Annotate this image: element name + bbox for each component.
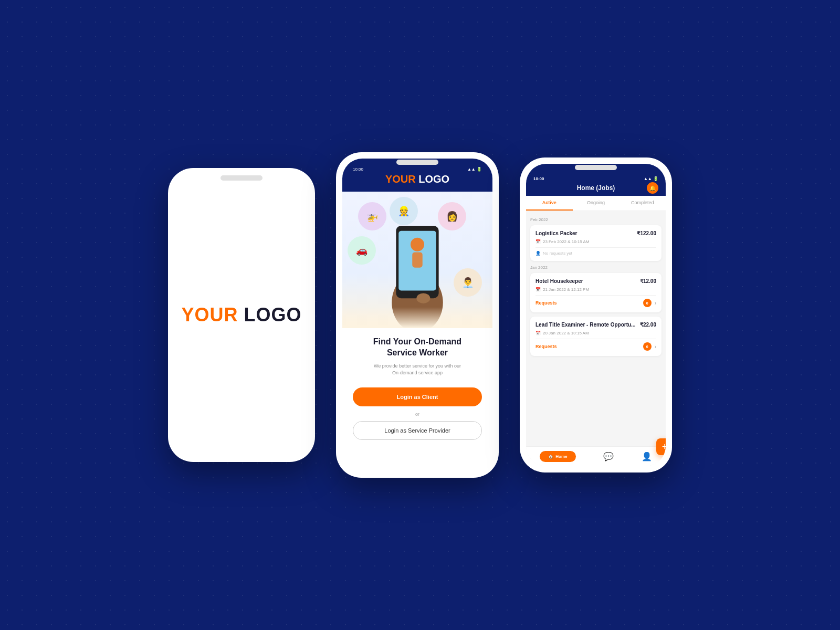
bubble-worker: 👷 (390, 197, 418, 225)
job-card-hotel[interactable]: Hotel Housekeeper ₹12.00 📅 21 Jan 2022 &… (530, 273, 662, 312)
job-date-row-logistics: 📅 23 Feb 2022 & 10:15 AM (536, 239, 656, 244)
phone-notch-3 (575, 165, 617, 170)
bubble-helicopter: 🚁 (358, 202, 386, 230)
splash-logo-text: LOGO (244, 304, 302, 326)
phone-jobs: 10:00 ▲▲ 🔋 Home (Jobs) 🔔 Active Ongoing … (520, 158, 672, 472)
notification-bell[interactable]: 🔔 (647, 182, 658, 194)
job-card-logistics[interactable]: Logistics Packer ₹122.00 📅 23 Feb 2022 &… (530, 225, 662, 261)
requests-badge-lead: 0 (643, 342, 652, 351)
job-date-lead: 20 Jan 2022 & 10:15 AM (543, 331, 589, 335)
job-title-lead: Lead Title Examiner - Remote Opportu... (536, 322, 635, 328)
phone-splash-screen: YOUR LOGO (174, 174, 309, 456)
requests-label-hotel: Requests (536, 300, 557, 306)
svg-point-5 (416, 293, 430, 303)
jobs-status-icons: ▲▲ 🔋 (644, 176, 658, 181)
phone-notch-1 (220, 175, 262, 181)
jobs-time: 10:00 (533, 176, 544, 181)
requests-badge-hotel: 0 (643, 299, 652, 307)
no-requests-logistics: 👤 No requests yet (536, 251, 572, 256)
job-card-top-hotel: Hotel Housekeeper ₹12.00 (536, 278, 656, 284)
phone-notch-2 (396, 160, 438, 165)
phone-landing: 10:00 YOUR LOGO ▲▲ 🔋 🚁 👷 👩 🚗 👨‍💼 (336, 152, 499, 478)
phone-landing-screen: 10:00 YOUR LOGO ▲▲ 🔋 🚁 👷 👩 🚗 👨‍💼 (342, 159, 492, 471)
landing-content: 🚁 👷 👩 🚗 👨‍💼 (342, 192, 492, 471)
landing-text-area: Find Your On-DemandService Worker We pro… (363, 328, 472, 382)
login-provider-button[interactable]: Login as Service Provider (353, 421, 482, 440)
job-card-top-logistics: Logistics Packer ₹122.00 (536, 230, 656, 236)
calendar-icon-hotel: 📅 (536, 287, 541, 292)
splash-logo: YOUR LOGO (181, 304, 301, 326)
no-requests-text: No requests yet (543, 251, 572, 256)
phone-jobs-screen: 10:00 ▲▲ 🔋 Home (Jobs) 🔔 Active Ongoing … (526, 164, 666, 466)
chevron-lead: › (655, 344, 656, 350)
chevron-hotel: › (655, 300, 656, 306)
job-divider-lead (536, 339, 656, 339)
jobs-title-row: Home (Jobs) 🔔 (533, 184, 658, 192)
tab-ongoing[interactable]: Ongoing (573, 196, 620, 211)
bubble-car: 🚗 (348, 236, 376, 265)
job-divider-hotel (536, 295, 656, 296)
nav-home-button[interactable]: 🏠 Home (540, 451, 575, 462)
job-price-lead: ₹22.00 (640, 322, 656, 328)
login-client-button[interactable]: Login as Client (353, 387, 482, 406)
landing-status-time: 10:00 (353, 167, 363, 172)
section-label-feb: Feb 2022 (530, 217, 662, 222)
svg-point-3 (411, 238, 424, 251)
job-date-logistics: 23 Feb 2022 & 10:15 AM (543, 239, 590, 244)
job-requests-row-hotel: Requests 0 › (536, 299, 656, 307)
job-date-row-lead: 📅 20 Jan 2022 & 10:15 AM (536, 331, 656, 335)
calendar-icon-lead: 📅 (536, 331, 541, 335)
calendar-icon-logistics: 📅 (536, 239, 541, 244)
section-label-jan: Jan 2022 (530, 265, 662, 270)
home-icon: 🏠 (548, 454, 553, 459)
jobs-body: Feb 2022 Logistics Packer ₹122.00 📅 23 F… (526, 211, 666, 446)
job-divider-logistics (536, 247, 656, 248)
find-subtitle: We provide better service for you with o… (373, 363, 461, 377)
job-price-hotel: ₹12.00 (640, 278, 656, 284)
fab-add-button[interactable]: + (656, 438, 666, 455)
bottom-nav: 🏠 Home 💬 👤 + (526, 446, 666, 466)
user-icon-logistics: 👤 (536, 251, 541, 256)
job-requests-row-logistics: 👤 No requests yet (536, 251, 656, 256)
tab-active[interactable]: Active (526, 196, 573, 211)
splash-your: YOUR (181, 304, 238, 326)
phone-splash: YOUR LOGO (168, 168, 315, 462)
tab-completed[interactable]: Completed (619, 196, 666, 211)
landing-your: YOUR (385, 173, 416, 185)
landing-status-icons: ▲▲ 🔋 (467, 167, 482, 172)
bubble-woman: 👩 (438, 202, 466, 230)
landing-logo-text: LOGO (418, 173, 449, 185)
nav-profile-icon[interactable]: 👤 (642, 452, 652, 461)
jobs-status-bar: 10:00 ▲▲ 🔋 (533, 176, 658, 181)
job-card-top-lead: Lead Title Examiner - Remote Opportu... … (536, 322, 656, 328)
requests-label-lead: Requests (536, 344, 557, 349)
nav-chat-icon[interactable]: 💬 (603, 452, 614, 461)
job-title-hotel: Hotel Housekeeper (536, 278, 583, 284)
job-title-logistics: Logistics Packer (536, 230, 577, 236)
landing-logo: YOUR LOGO (385, 173, 449, 185)
jobs-title: Home (Jobs) (577, 184, 615, 192)
job-requests-row-lead: Requests 0 › (536, 342, 656, 351)
illustration-area: 🚁 👷 👩 🚗 👨‍💼 (342, 192, 492, 328)
phones-container: YOUR LOGO 10:00 YOUR LOGO ▲▲ 🔋 🚁 👷 (168, 152, 672, 478)
job-price-logistics: ₹122.00 (637, 230, 656, 236)
or-divider: or (415, 412, 419, 417)
job-date-row-hotel: 📅 21 Jan 2022 & 12:12 PM (536, 287, 656, 292)
job-card-lead[interactable]: Lead Title Examiner - Remote Opportu... … (530, 317, 662, 356)
find-title: Find Your On-DemandService Worker (373, 337, 461, 359)
home-label: Home (555, 454, 567, 459)
bubble-professional: 👨‍💼 (454, 268, 482, 297)
jobs-tabs: Active Ongoing Completed (526, 196, 666, 211)
job-date-hotel: 21 Jan 2022 & 12:12 PM (543, 287, 589, 292)
svg-rect-4 (412, 252, 423, 267)
